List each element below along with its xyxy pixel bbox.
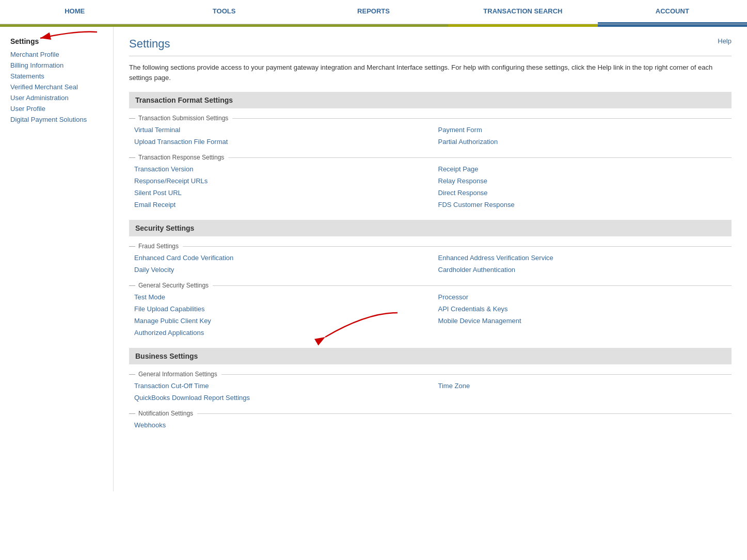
link-processor[interactable]: Processor bbox=[438, 292, 732, 302]
sidebar-user-profile[interactable]: User Profile bbox=[10, 105, 108, 113]
subsection-label-notification: — Notification Settings bbox=[129, 410, 732, 417]
link-response-receipt-urls[interactable]: Response/Receipt URLs bbox=[134, 176, 428, 186]
sidebar-billing-information[interactable]: Billing Information bbox=[10, 61, 108, 69]
section-security: Security Settings — Fraud Settings Enhan… bbox=[129, 220, 732, 338]
nav-transaction-search[interactable]: TRANSACTION SEARCH bbox=[448, 0, 597, 24]
sidebar: Settings Merchant Profile Billing Inform… bbox=[0, 27, 114, 491]
subsection-label-general-security: — General Security Settings bbox=[129, 282, 732, 289]
link-manage-public-client-key[interactable]: Manage Public Client Key bbox=[134, 316, 428, 326]
link-webhooks[interactable]: Webhooks bbox=[134, 420, 428, 430]
subsection-label-response: — Transaction Response Settings bbox=[129, 154, 732, 161]
link-test-mode[interactable]: Test Mode bbox=[134, 292, 428, 302]
section-header-transaction: Transaction Format Settings bbox=[129, 92, 732, 108]
nav-home[interactable]: HOME bbox=[0, 0, 149, 24]
link-api-credentials[interactable]: API Credentials & Keys bbox=[438, 304, 732, 314]
link-transaction-version[interactable]: Transaction Version bbox=[134, 164, 428, 174]
section-business: Business Settings — General Information … bbox=[129, 348, 732, 430]
subsection-notification: — Notification Settings Webhooks bbox=[129, 410, 732, 430]
subsection-label-general-info: — General Information Settings bbox=[129, 371, 732, 378]
link-transaction-cutoff-time[interactable]: Transaction Cut-Off Time bbox=[134, 381, 428, 391]
section-transaction-format: Transaction Format Settings — Transactio… bbox=[129, 92, 732, 210]
arrow-to-settings bbox=[35, 28, 102, 51]
link-partial-authorization[interactable]: Partial Authorization bbox=[438, 137, 732, 147]
subsection-general-info: — General Information Settings Transacti… bbox=[129, 371, 732, 403]
sidebar-digital-payment-solutions[interactable]: Digital Payment Solutions bbox=[10, 116, 108, 123]
link-enhanced-card-code[interactable]: Enhanced Card Code Verification bbox=[134, 253, 428, 263]
link-quickbooks-download[interactable]: QuickBooks Download Report Settings bbox=[134, 393, 428, 403]
link-daily-velocity[interactable]: Daily Velocity bbox=[134, 265, 428, 275]
link-payment-form[interactable]: Upload Transaction File Format bbox=[134, 137, 428, 147]
link-authorized-applications[interactable]: Authorized Applications bbox=[134, 328, 428, 338]
subsection-transaction-response: — Transaction Response Settings Transact… bbox=[129, 154, 732, 210]
link-direct-response[interactable]: Direct Response bbox=[438, 188, 732, 198]
link-cardholder-authentication[interactable]: Cardholder Authentication bbox=[438, 265, 732, 275]
link-fds-customer-response[interactable]: FDS Customer Response bbox=[438, 200, 732, 210]
link-receipt-page[interactable]: Receipt Page bbox=[438, 164, 732, 174]
subsection-transaction-submission: — Transaction Submission Settings Virtua… bbox=[129, 115, 732, 147]
link-upload-transaction-file-format[interactable]: Payment Form bbox=[438, 125, 732, 135]
page-title: Settings bbox=[129, 37, 170, 51]
top-nav: HOME TOOLS REPORTS TRANSACTION SEARCH AC… bbox=[0, 0, 747, 27]
sidebar-verified-merchant-seal[interactable]: Verified Merchant Seal bbox=[10, 83, 108, 91]
link-relay-response[interactable]: Relay Response bbox=[438, 176, 732, 186]
link-time-zone[interactable]: Time Zone bbox=[438, 381, 732, 391]
nav-reports[interactable]: REPORTS bbox=[299, 0, 448, 24]
subsection-label-submission: — Transaction Submission Settings bbox=[129, 115, 732, 122]
sidebar-merchant-profile[interactable]: Merchant Profile bbox=[10, 51, 108, 58]
help-link[interactable]: Help bbox=[718, 37, 732, 45]
section-header-business: Business Settings bbox=[129, 348, 732, 364]
nav-tools[interactable]: TOOLS bbox=[149, 0, 298, 24]
link-file-upload-capabilities[interactable]: File Upload Capabilities bbox=[134, 304, 428, 314]
nav-account[interactable]: ACCOUNT bbox=[598, 0, 747, 24]
subsection-fraud: — Fraud Settings Enhanced Card Code Veri… bbox=[129, 243, 732, 275]
sidebar-user-administration[interactable]: User Administration bbox=[10, 94, 108, 102]
intro-text: The following sections provide access to… bbox=[129, 62, 732, 83]
link-silent-post-url[interactable]: Silent Post URL bbox=[134, 188, 428, 198]
main-content: Settings Help The following sections pro… bbox=[114, 27, 747, 491]
subsection-label-fraud: — Fraud Settings bbox=[129, 243, 732, 250]
link-enhanced-address-verification[interactable]: Enhanced Address Verification Service bbox=[438, 253, 732, 263]
sidebar-statements[interactable]: Statements bbox=[10, 72, 108, 80]
subsection-general-security: — General Security Settings Test Mode Pr… bbox=[129, 282, 732, 338]
link-virtual-terminal[interactable]: Virtual Terminal bbox=[134, 125, 428, 135]
section-header-security: Security Settings bbox=[129, 220, 732, 236]
link-mobile-device-management[interactable]: Mobile Device Management bbox=[438, 316, 732, 326]
link-email-receipt[interactable]: Email Receipt bbox=[134, 200, 428, 210]
